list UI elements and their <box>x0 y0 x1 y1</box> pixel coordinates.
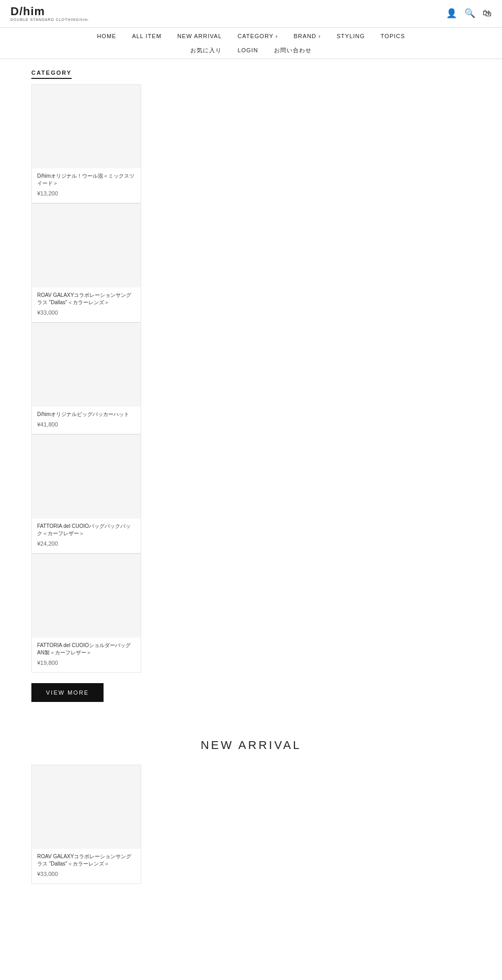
search-icon[interactable]: 🔍 <box>464 8 475 19</box>
product-name: FATTORIA del CUOIOバッグバックパック＜カーフレザー＞ <box>37 523 135 537</box>
nav-category[interactable]: CATEGORY <box>237 33 278 39</box>
new-arrival-product-price: ¥33,000 <box>37 871 135 877</box>
nav-topics[interactable]: TOPICS <box>381 33 405 39</box>
logo-sub: DOUBLE STANDARD CLOTHING/him. <box>10 18 89 22</box>
nav-home[interactable]: HOME <box>97 33 116 39</box>
header-icons: 👤 🔍 🛍 <box>446 8 492 19</box>
header: D/him DOUBLE STANDARD CLOTHING/him. 👤 🔍 … <box>0 0 502 28</box>
new-arrival-product-card[interactable]: ROAV GALAXYコラボレーションサングラス "Dallas"＜カラーレンズ… <box>31 765 141 884</box>
new-arrival-list: ROAV GALAXYコラボレーションサングラス "Dallas"＜カラーレンズ… <box>31 765 141 884</box>
product-name: D/himオリジナルビッグパッカーハット <box>37 411 135 418</box>
new-arrival-product-image <box>32 765 141 849</box>
user-icon[interactable]: 👤 <box>446 8 457 19</box>
product-card[interactable]: D/himオリジナルビッグパッカーハット ¥41,800 <box>31 322 141 434</box>
cart-icon[interactable]: 🛍 <box>483 8 492 19</box>
nav-login[interactable]: LOGIN <box>237 47 258 53</box>
main-content: CATEGORY D/himオリジナル！ウール混＜ミックスツイード＞ ¥13,2… <box>0 70 502 702</box>
logo[interactable]: D/him DOUBLE STANDARD CLOTHING/him. <box>10 5 89 22</box>
nav-brand[interactable]: BRAND <box>294 33 321 39</box>
product-name: D/himオリジナル！ウール混＜ミックスツイード＞ <box>37 172 135 187</box>
product-list: D/himオリジナル！ウール混＜ミックスツイード＞ ¥13,200 ROAV G… <box>31 84 141 673</box>
logo-main: D/him <box>10 5 89 18</box>
product-info: FATTORIA del CUOIOショルダーバッグAN製＜カーフレザー＞ ¥1… <box>32 638 141 672</box>
product-price: ¥41,800 <box>37 421 135 428</box>
nav-bottom: お気に入り LOGIN お問い合わせ <box>0 43 502 59</box>
new-arrival-product-name: ROAV GALAXYコラボレーションサングラス "Dallas"＜カラーレンズ… <box>37 853 135 868</box>
product-card[interactable]: FATTORIA del CUOIOバッグバックパック＜カーフレザー＞ ¥24,… <box>31 434 141 554</box>
product-image <box>32 554 141 638</box>
product-info: FATTORIA del CUOIOバッグバックパック＜カーフレザー＞ ¥24,… <box>32 518 141 553</box>
product-info: D/himオリジナル！ウール混＜ミックスツイード＞ ¥13,200 <box>32 168 141 203</box>
nav-bar: HOME ALL ITEM NEW ARRIVAL CATEGORY BRAND… <box>0 28 502 59</box>
nav-top: HOME ALL ITEM NEW ARRIVAL CATEGORY BRAND… <box>0 28 502 43</box>
product-image <box>32 323 141 407</box>
nav-contact[interactable]: お問い合わせ <box>274 47 312 54</box>
view-more-button[interactable]: VIEW MORE <box>31 683 104 702</box>
nav-new-arrival[interactable]: NEW ARRIVAL <box>177 33 222 39</box>
product-info: ROAV GALAXYコラボレーションサングラス "Dallas"＜カラーレンズ… <box>32 287 141 322</box>
product-price: ¥33,000 <box>37 309 135 316</box>
nav-all-item[interactable]: ALL ITEM <box>132 33 162 39</box>
product-info: D/himオリジナルビッグパッカーハット ¥41,800 <box>32 407 141 434</box>
product-image <box>32 85 141 168</box>
product-image <box>32 204 141 287</box>
nav-styling[interactable]: STYLING <box>337 33 365 39</box>
category-label-text: CATEGORY <box>31 70 72 79</box>
category-section-label: CATEGORY <box>31 70 471 79</box>
product-card[interactable]: D/himオリジナル！ウール混＜ミックスツイード＞ ¥13,200 <box>31 84 141 203</box>
new-arrival-product-info: ROAV GALAXYコラボレーションサングラス "Dallas"＜カラーレンズ… <box>32 849 141 883</box>
view-more-wrap: VIEW MORE <box>31 683 471 702</box>
product-price: ¥24,200 <box>37 540 135 547</box>
new-arrival-section: NEW ARRIVAL ROAV GALAXYコラボレーションサングラス "Da… <box>0 723 502 894</box>
product-price: ¥13,200 <box>37 190 135 197</box>
product-card[interactable]: ROAV GALAXYコラボレーションサングラス "Dallas"＜カラーレンズ… <box>31 203 141 322</box>
product-card[interactable]: FATTORIA del CUOIOショルダーバッグAN製＜カーフレザー＞ ¥1… <box>31 554 141 673</box>
new-arrival-title: NEW ARRIVAL <box>31 739 471 752</box>
product-name: FATTORIA del CUOIOショルダーバッグAN製＜カーフレザー＞ <box>37 642 135 656</box>
product-image <box>32 435 141 518</box>
product-price: ¥19,800 <box>37 660 135 666</box>
nav-favorites[interactable]: お気に入り <box>190 47 222 54</box>
product-name: ROAV GALAXYコラボレーションサングラス "Dallas"＜カラーレンズ… <box>37 292 135 306</box>
